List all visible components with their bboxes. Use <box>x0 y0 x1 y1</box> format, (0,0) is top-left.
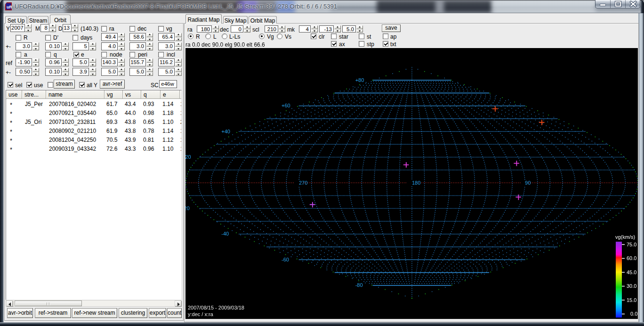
checkbox-all-y[interactable] <box>79 82 85 88</box>
button-export[interactable]: export <box>149 308 166 318</box>
spinner-down-button[interactable] <box>25 28 32 33</box>
spinner-down-button[interactable] <box>89 63 96 67</box>
tolerance2-field[interactable]: 5.0 <box>158 68 175 76</box>
checkbox-R[interactable] <box>16 35 21 41</box>
table-row[interactable]: *20080902_02121061.943.80.781.14159 <box>6 126 182 135</box>
spinner-down-button[interactable] <box>175 37 182 41</box>
checkbox-star[interactable] <box>331 33 337 39</box>
map-dec-spinner[interactable] <box>244 25 250 33</box>
spinner-down-button[interactable] <box>72 28 78 33</box>
button-ref-new-stream[interactable]: ref->new stream <box>72 308 117 318</box>
spinner-down-button[interactable] <box>118 72 125 76</box>
column-header-use[interactable]: use <box>6 90 22 99</box>
spinner-down-button[interactable] <box>89 72 96 76</box>
year-field[interactable]: 2007 <box>10 24 25 32</box>
ref-value-spinner[interactable] <box>32 58 39 66</box>
tolerance1-spinner[interactable] <box>89 42 96 50</box>
checkbox-q[interactable] <box>45 52 51 57</box>
spinner-up-button[interactable] <box>279 25 285 29</box>
button-clustering[interactable]: clustering <box>119 308 147 318</box>
checkbox-node[interactable] <box>101 52 107 57</box>
tolerance2-field[interactable]: 0.50 <box>16 68 32 76</box>
spinner-up-button[interactable] <box>118 33 125 37</box>
spinner-down-button[interactable] <box>175 72 182 76</box>
column-header-clipped[interactable] <box>180 90 182 99</box>
column-header-q[interactable]: q <box>141 90 161 99</box>
spinner-up-button[interactable] <box>72 24 78 28</box>
spinner-down-button[interactable] <box>118 63 125 67</box>
spinner-up-button[interactable] <box>244 25 250 29</box>
map-dec-field[interactable]: 0 <box>231 25 243 33</box>
checkbox-a[interactable] <box>16 52 21 57</box>
checkbox-clr[interactable] <box>311 33 316 39</box>
checkbox-stream[interactable] <box>48 82 53 88</box>
year-spinner[interactable] <box>25 24 32 32</box>
spinner-up-button[interactable] <box>118 68 125 72</box>
spinner-down-button[interactable] <box>279 29 285 33</box>
radiant-value-spinner[interactable] <box>118 33 125 41</box>
spinner-down-button[interactable] <box>175 63 182 67</box>
spinner-up-button[interactable] <box>25 24 32 28</box>
spinner-down-button[interactable] <box>311 29 318 33</box>
column-header-vs[interactable]: vs <box>123 90 141 99</box>
radiant-map-canvas[interactable] <box>185 48 638 319</box>
radiant-value-field[interactable]: 58.6 <box>129 33 146 41</box>
map-ra-field[interactable]: 180 <box>197 25 212 33</box>
checkbox-days[interactable] <box>72 35 78 41</box>
radiant-value-spinner[interactable] <box>175 33 182 41</box>
spinner-up-button[interactable] <box>62 42 69 47</box>
ref-value-field[interactable]: -1.90 <box>16 58 32 66</box>
scrollbar-thumb[interactable] <box>15 301 82 306</box>
spinner-up-button[interactable] <box>89 68 96 72</box>
spinner-up-button[interactable] <box>32 58 39 63</box>
radio-L[interactable] <box>205 33 211 39</box>
ref-value-spinner[interactable] <box>62 58 69 66</box>
spinner-down-button[interactable] <box>32 47 39 51</box>
spinner-down-button[interactable] <box>334 29 341 33</box>
spinner-up-button[interactable] <box>49 24 56 28</box>
spinner-up-button[interactable] <box>175 68 182 72</box>
spinner-up-button[interactable] <box>175 33 182 37</box>
spinner-down-button[interactable] <box>146 63 153 67</box>
table-row[interactable]: *J5_Per20070816_02040261.743.40.931.1413… <box>6 99 182 108</box>
table-row[interactable]: *20081204_04225070.543.90.811.12172 <box>6 135 182 144</box>
map-scl-spinner[interactable] <box>279 25 285 33</box>
checkbox-sel[interactable] <box>8 82 13 88</box>
spinner-up-button[interactable] <box>146 68 153 72</box>
ref-value-field[interactable]: 140.3 <box>101 58 118 66</box>
ref-value-spinner[interactable] <box>175 58 182 66</box>
tab-radiant-map[interactable]: Radiant Map <box>185 14 222 24</box>
tab-orbit-map[interactable]: Orbit Map <box>249 16 277 24</box>
spinner-down-button[interactable] <box>62 47 69 51</box>
tolerance2-spinner[interactable] <box>175 68 182 76</box>
tab-sky-map[interactable]: Sky Map <box>223 16 248 24</box>
ref-value-field[interactable]: 155.7 <box>129 58 146 66</box>
scrollbar-left-arrow[interactable] <box>6 301 13 306</box>
spinner-up-button[interactable] <box>212 25 219 29</box>
button-avr-orbit[interactable]: avr->orbit <box>7 308 33 318</box>
ref-value-spinner[interactable] <box>89 58 96 66</box>
map-mk3-spinner[interactable] <box>356 25 363 33</box>
tolerance2-spinner[interactable] <box>146 68 153 76</box>
sc-field[interactable]: e46w <box>159 80 177 88</box>
map-ra-spinner[interactable] <box>212 25 219 33</box>
checkbox-txt[interactable] <box>383 41 388 47</box>
map-mk-spinner[interactable] <box>311 25 318 33</box>
spinner-down-button[interactable] <box>118 37 125 41</box>
spinner-down-button[interactable] <box>62 72 69 76</box>
checkbox-e[interactable] <box>73 52 79 57</box>
radio-Vg[interactable] <box>259 33 265 39</box>
table-row[interactable]: *J5_Ori20071020_23281169.343.80.651.1020… <box>6 117 182 126</box>
app-icon[interactable]: uR <box>5 2 12 10</box>
radiant-value-field[interactable]: 49.4 <box>101 33 118 41</box>
avr-to-ref-button[interactable]: avr->ref <box>100 80 125 89</box>
tolerance1-field[interactable]: 5 <box>72 42 89 50</box>
map-mk3-field[interactable]: 5.0 <box>342 25 356 33</box>
tolerance2-field[interactable]: 5.0 <box>129 68 146 76</box>
maximize-button[interactable] <box>611 0 626 8</box>
tab-orbit[interactable]: Orbit <box>50 15 71 24</box>
spinner-up-button[interactable] <box>334 25 341 29</box>
month-spinner[interactable] <box>49 24 56 32</box>
spinner-down-button[interactable] <box>146 47 153 51</box>
table-horizontal-scrollbar[interactable] <box>6 300 182 307</box>
